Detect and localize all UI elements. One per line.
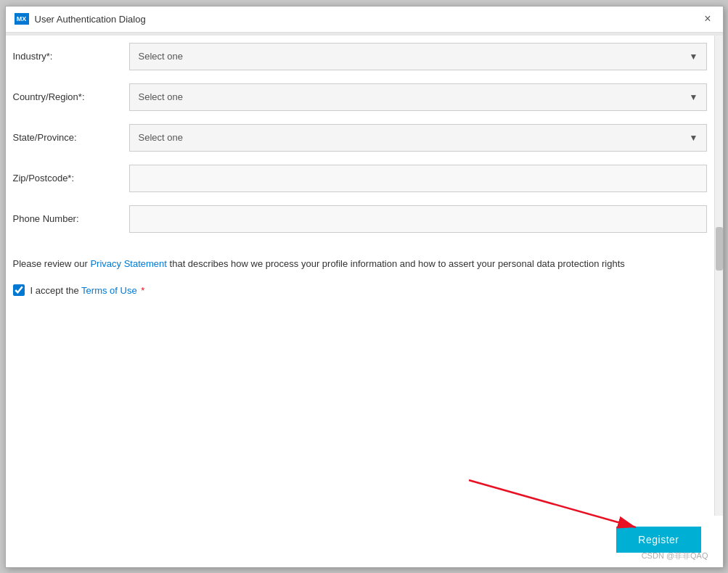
close-button[interactable]: × bbox=[701, 13, 713, 25]
form-row-state: State/Province: Select one ▼ bbox=[6, 124, 714, 152]
footer-section: Register bbox=[6, 516, 723, 567]
label-industry: Industry*: bbox=[13, 51, 129, 62]
input-zip[interactable] bbox=[129, 165, 707, 192]
select-container-state[interactable]: Select one ▼ bbox=[129, 124, 707, 152]
terms-prefix: I accept the bbox=[30, 285, 82, 296]
content-area: Industry*: Select one ▼ Country/Region*: bbox=[6, 36, 723, 516]
input-phone[interactable] bbox=[129, 205, 707, 233]
watermark: CSDN @菲菲QAQ bbox=[642, 551, 708, 561]
form-row-zip: Zip/Postcode*: bbox=[6, 165, 714, 192]
privacy-section: Please review our Privacy Statement that… bbox=[6, 246, 714, 279]
terms-row: I accept the Terms of Use * bbox=[6, 279, 714, 302]
label-state: State/Province: bbox=[13, 132, 129, 143]
register-button[interactable]: Register bbox=[616, 527, 700, 553]
dialog-wrapper: MX User Authentication Dialog × Industry… bbox=[0, 0, 728, 573]
terms-checkbox[interactable] bbox=[13, 284, 25, 296]
terms-required-marker: * bbox=[139, 285, 145, 296]
select-container-industry[interactable]: Select one ▼ bbox=[129, 43, 707, 70]
terms-of-use-link[interactable]: Terms of Use bbox=[81, 285, 137, 296]
terms-text: I accept the Terms of Use * bbox=[30, 285, 145, 296]
window-title: User Authentication Dialog bbox=[35, 14, 146, 25]
select-container-country[interactable]: Select one ▼ bbox=[129, 83, 707, 111]
scrollbar-thumb[interactable] bbox=[716, 227, 723, 271]
label-zip: Zip/Postcode*: bbox=[13, 173, 129, 184]
privacy-text-after: that describes how we process your profi… bbox=[167, 258, 625, 269]
control-phone bbox=[129, 205, 707, 233]
label-phone: Phone Number: bbox=[13, 213, 129, 224]
privacy-text-before: Please review our bbox=[13, 258, 91, 269]
scrollbar-track[interactable] bbox=[714, 36, 723, 516]
form-row-industry: Industry*: Select one ▼ bbox=[6, 43, 714, 70]
dialog: MX User Authentication Dialog × Industry… bbox=[5, 6, 724, 568]
control-industry: Select one ▼ bbox=[129, 43, 707, 70]
title-bar: MX User Authentication Dialog × bbox=[6, 7, 723, 33]
form-row-phone: Phone Number: bbox=[6, 205, 714, 233]
title-bar-left: MX User Authentication Dialog bbox=[15, 13, 146, 25]
mx-logo: MX bbox=[15, 13, 29, 25]
privacy-statement-link[interactable]: Privacy Statement bbox=[90, 258, 167, 269]
select-industry[interactable]: Select one bbox=[129, 43, 707, 70]
main-content: Industry*: Select one ▼ Country/Region*: bbox=[6, 36, 714, 516]
select-country[interactable]: Select one bbox=[129, 83, 707, 111]
control-state: Select one ▼ bbox=[129, 124, 707, 152]
control-country: Select one ▼ bbox=[129, 83, 707, 111]
control-zip bbox=[129, 165, 707, 192]
label-country: Country/Region*: bbox=[13, 91, 129, 102]
select-state[interactable]: Select one bbox=[129, 124, 707, 152]
form-row-country: Country/Region*: Select one ▼ bbox=[6, 83, 714, 111]
